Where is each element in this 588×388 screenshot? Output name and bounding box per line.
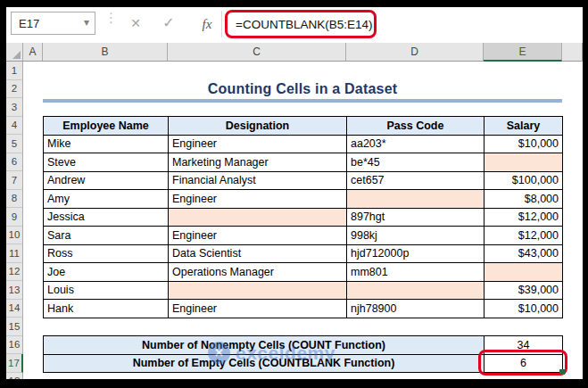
row-header-18[interactable]: 18	[6, 373, 23, 380]
table-cell[interactable]: Marketing Manager	[169, 153, 347, 172]
separator-dots-icon: ⋮	[104, 10, 118, 26]
table-cell[interactable]: $43,000	[484, 244, 563, 263]
row-header-11[interactable]: 11	[6, 244, 23, 263]
fx-insert-function-icon[interactable]: fx	[195, 13, 219, 35]
name-box-value: E17	[19, 17, 39, 30]
table-cell[interactable]: Mike	[44, 135, 169, 153]
sheet-title[interactable]: Counting Cells in a Dataset	[43, 79, 562, 98]
table-row: Louis$39,000	[44, 281, 563, 300]
table-cell[interactable]: njh78900	[347, 300, 484, 318]
row-header-14[interactable]: 14	[6, 300, 23, 318]
table-cell[interactable]: Engineer	[169, 227, 347, 245]
table-cell[interactable]: $39,000	[484, 281, 563, 300]
table-cell[interactable]: Louis	[44, 281, 169, 300]
table-cell[interactable]: 998kj	[347, 227, 484, 245]
table-cell[interactable]: Steve	[44, 153, 169, 172]
fill-handle[interactable]	[559, 369, 565, 375]
table-cell[interactable]: Sara	[44, 227, 169, 245]
table-cell[interactable]: aa203*	[347, 135, 484, 153]
row-header-5[interactable]: 5	[6, 135, 23, 153]
table-row: SteveMarketing Managerbe*45	[44, 153, 563, 172]
table-row: MikeEngineeraa203*$10,000	[44, 135, 563, 153]
table-row: RossData Scientisthjd712000p$43,000	[44, 244, 563, 263]
table-cell[interactable]: $8,000	[484, 190, 563, 209]
table-cell[interactable]: Engineer	[169, 190, 347, 209]
red-annotation-e17	[478, 350, 567, 376]
column-header-e[interactable]: E	[484, 43, 562, 62]
summary-label-cell[interactable]: Number of Nonempty Cells (COUNT Function…	[44, 336, 484, 355]
title-underline	[43, 99, 562, 103]
table-cell[interactable]: cet657	[347, 171, 484, 190]
table-cell[interactable]: Ross	[44, 244, 169, 263]
column-header-partial[interactable]	[562, 43, 583, 62]
table-cell[interactable]: Operations Manager	[169, 263, 347, 282]
check-icon[interactable]: ✓	[158, 12, 179, 33]
table-cell[interactable]: $12,000	[484, 208, 563, 227]
table-cell-empty[interactable]	[169, 208, 347, 227]
row-header-6[interactable]: 6	[6, 153, 23, 172]
column-header-c[interactable]: C	[168, 43, 346, 62]
row-header-8[interactable]: 8	[6, 190, 23, 209]
row-header-12[interactable]: 12	[6, 263, 23, 282]
row-header-9[interactable]: 9	[6, 208, 23, 227]
red-annotation-formula: =COUNTBLANK(B5:E14)	[225, 10, 377, 38]
table-cell-empty[interactable]	[484, 263, 563, 282]
excel-screenshot-frame: E17 ▾ ⋮ ✕ ✓ fx =COUNTBLANK(B5:E14) ABCDE…	[0, 0, 588, 388]
table-cell[interactable]: $100,000	[484, 171, 563, 190]
table-cell[interactable]: Engineer	[169, 300, 347, 318]
row-headers: 123456789101112131415161718	[6, 62, 23, 379]
table-cell[interactable]: $10,000	[484, 300, 563, 318]
table-cell[interactable]: Engineer	[169, 135, 347, 153]
table-row: Jessica897hgt$12,000	[44, 208, 563, 227]
table-cell[interactable]: Andrew	[44, 171, 169, 190]
row-header-1[interactable]: 1	[6, 62, 23, 80]
row-header-15[interactable]: 15	[6, 318, 23, 336]
row-header-7[interactable]: 7	[6, 171, 23, 190]
table-row: JoeOperations Managermm801	[44, 263, 563, 282]
row-header-4[interactable]: 4	[6, 117, 23, 136]
table-cell-empty[interactable]	[484, 153, 563, 172]
row-header-16[interactable]: 16	[6, 336, 23, 355]
corner-triangle-icon	[12, 51, 21, 59]
table-cell[interactable]: hjd712000p	[347, 244, 484, 263]
table-cell[interactable]: be*45	[347, 153, 484, 172]
table-cell-empty[interactable]	[169, 281, 347, 300]
table-header-cell[interactable]: Designation	[169, 117, 347, 136]
row-header-13[interactable]: 13	[6, 281, 23, 300]
table-row: SaraEngineer998kj$12,000	[44, 227, 563, 245]
table-cell[interactable]: Amy	[44, 190, 169, 209]
table-header-cell[interactable]: Employee Name	[44, 117, 169, 136]
column-header-b[interactable]: B	[43, 43, 168, 62]
name-box[interactable]: E17 ▾	[11, 12, 95, 35]
table-cell[interactable]: Data Scientist	[169, 244, 347, 263]
table-cell[interactable]: Hank	[44, 300, 169, 318]
table-row: HankEngineernjh78900$10,000	[44, 300, 563, 318]
column-header-d[interactable]: D	[346, 43, 484, 62]
dataset-table: Employee NameDesignationPass CodeSalary …	[43, 116, 563, 318]
column-header-a[interactable]: A	[23, 43, 43, 62]
select-all-corner[interactable]	[6, 43, 23, 62]
table-cell[interactable]: 897hgt	[347, 208, 484, 227]
chevron-down-icon[interactable]: ▾	[84, 16, 89, 29]
row-header-3[interactable]: 3	[6, 98, 23, 117]
table-cell[interactable]: Jessica	[44, 208, 169, 227]
formula-input[interactable]: =COUNTBLANK(B5:E14)	[228, 18, 372, 31]
table-header-cell[interactable]: Salary	[484, 117, 563, 136]
row-header-10[interactable]: 10	[6, 227, 23, 245]
summary-label-cell[interactable]: Number of Empty Cells (COUNTBLANK Functi…	[44, 354, 484, 373]
table-cell[interactable]: $10,000	[484, 135, 563, 153]
row-header-17[interactable]: 17	[6, 354, 23, 373]
table-cell-empty[interactable]	[347, 190, 484, 209]
table-row: AmyEngineer$8,000	[44, 190, 563, 209]
row-header-2[interactable]: 2	[6, 80, 23, 99]
table-cell[interactable]: Joe	[44, 263, 169, 282]
table-cell[interactable]: mm801	[347, 263, 484, 282]
table-header-cell[interactable]: Pass Code	[347, 117, 484, 136]
table-header-row: Employee NameDesignationPass CodeSalary	[44, 117, 563, 136]
table-cell[interactable]: Financial Analyst	[169, 171, 347, 190]
table-cell-empty[interactable]	[347, 281, 484, 300]
formula-bar: E17 ▾ ⋮ ✕ ✓ fx =COUNTBLANK(B5:E14)	[6, 7, 583, 43]
table-cell[interactable]: $12,000	[484, 227, 563, 245]
cancel-icon[interactable]: ✕	[125, 12, 146, 34]
table-row: AndrewFinancial Analystcet657$100,000	[44, 171, 563, 190]
